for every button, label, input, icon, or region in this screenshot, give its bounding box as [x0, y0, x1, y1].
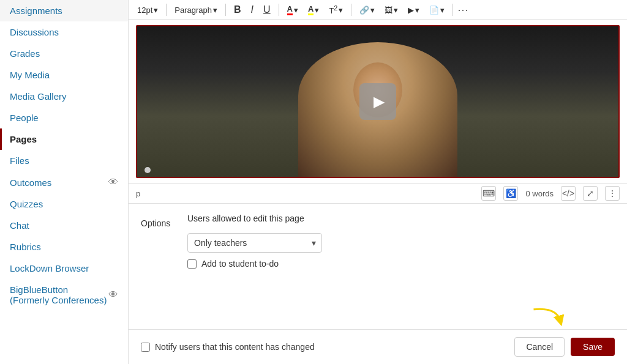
element-indicator: p [136, 189, 140, 198]
video-embed[interactable] [136, 25, 620, 178]
editor-status-bar: p ⌨ ♿ 0 words </> ⤢ ⋮ [129, 183, 627, 204]
bold-button[interactable]: B [230, 2, 245, 17]
sidebar-item-lockdown-browser[interactable]: LockDown Browser [0, 258, 128, 279]
cancel-button[interactable]: Cancel [514, 337, 565, 357]
code-view-button[interactable]: </> [561, 186, 576, 201]
sidebar-item-people[interactable]: People [0, 107, 128, 128]
media-button[interactable]: ▶ ▾ [404, 4, 423, 17]
bottom-bar: Notify users that this content has chang… [129, 329, 627, 364]
toolbar-sep-2 [225, 4, 226, 16]
file-icon: 📄 [429, 6, 439, 15]
link-icon: 🔗 [359, 6, 369, 15]
student-todo-label: Add to student to-do [201, 259, 279, 269]
italic-button[interactable]: I [247, 2, 257, 17]
sidebar-item-label: BigBlueButton (Formerly Conferences) [10, 284, 108, 305]
sidebar-item-label: Pages [10, 134, 37, 144]
sidebar-item-my-media[interactable]: My Media [0, 64, 128, 86]
font-color-chevron: ▾ [294, 6, 298, 15]
font-size-value: 12pt [137, 6, 152, 15]
link-button[interactable]: 🔗 ▾ [356, 4, 378, 17]
sidebar: AssignmentsDiscussionsGradesMy MediaMedi… [0, 0, 129, 364]
sidebar-item-label: Outcomes [10, 177, 51, 188]
bottom-actions: Cancel Save [514, 337, 615, 357]
font-size-chevron: ▾ [154, 6, 158, 15]
options-content: Users allowed to edit this page Only tea… [187, 214, 322, 269]
link-chevron: ▾ [370, 6, 375, 15]
paragraph-picker[interactable]: Paragraph ▾ [171, 4, 221, 17]
status-bar-right: ⌨ ♿ 0 words </> ⤢ ⋮ [481, 186, 620, 201]
font-color-icon: A [287, 4, 293, 15]
page-options: Options Users allowed to edit this page … [129, 204, 627, 286]
word-count: 0 words [525, 189, 554, 198]
permission-select[interactable]: Only teachersTeachers and studentsAnyone [187, 233, 322, 253]
toolbar-more-button[interactable]: ⋯ [457, 3, 468, 17]
font-color-button[interactable]: A ▾ [283, 2, 302, 17]
visibility-icon[interactable]: 👁 [108, 289, 118, 300]
visibility-icon[interactable]: 👁 [108, 177, 118, 188]
image-chevron: ▾ [394, 6, 398, 15]
save-button[interactable]: Save [571, 338, 615, 356]
keyboard-icon[interactable]: ⌨ [481, 186, 496, 201]
fullscreen-button[interactable]: ⤢ [583, 186, 598, 201]
notify-label: Notify users that this content has chang… [155, 342, 315, 352]
play-button[interactable] [359, 83, 396, 120]
sidebar-item-pages[interactable]: Pages [0, 128, 128, 150]
media-chevron: ▾ [415, 6, 419, 15]
toolbar-sep-3 [279, 4, 279, 16]
superscript-icon: T2 [329, 4, 337, 15]
sidebar-item-bigbluebutton[interactable]: BigBlueButton (Formerly Conferences)👁 [0, 279, 128, 311]
media-icon: ▶ [408, 6, 414, 15]
video-background [137, 26, 618, 177]
accessibility-icon[interactable]: ♿ [503, 186, 518, 201]
notify-checkbox[interactable] [141, 343, 150, 352]
sidebar-item-label: People [10, 113, 39, 123]
edit-permission-description: Users allowed to edit this page [187, 214, 322, 223]
highlight-chevron: ▾ [315, 6, 319, 15]
sidebar-item-label: Chat [10, 220, 29, 231]
sidebar-item-label: Discussions [10, 27, 59, 37]
notify-row: Notify users that this content has chang… [141, 342, 315, 352]
sidebar-item-quizzes[interactable]: Quizzes [0, 193, 128, 215]
image-icon: 🖼 [385, 6, 392, 15]
sidebar-item-label: Rubrics [10, 242, 41, 252]
sidebar-item-rubrics[interactable]: Rubrics [0, 236, 128, 258]
sidebar-item-discussions[interactable]: Discussions [0, 21, 128, 43]
sidebar-item-assignments[interactable]: Assignments [0, 0, 128, 21]
permission-select-wrapper: Only teachersTeachers and studentsAnyone [187, 233, 322, 253]
sidebar-item-label: LockDown Browser [10, 263, 89, 273]
sidebar-item-grades[interactable]: Grades [0, 43, 128, 64]
sidebar-item-label: Quizzes [10, 199, 43, 209]
sidebar-item-label: Grades [10, 48, 40, 59]
highlight-icon: A [308, 4, 314, 15]
highlight-color-button[interactable]: A ▾ [304, 2, 323, 17]
student-todo-row: Add to student to-do [187, 259, 322, 269]
sidebar-item-label: Assignments [10, 6, 62, 16]
sidebar-item-files[interactable]: Files [0, 150, 128, 171]
sidebar-item-chat[interactable]: Chat [0, 215, 128, 236]
sidebar-item-label: Files [10, 155, 29, 166]
sidebar-item-outcomes[interactable]: Outcomes👁 [0, 171, 128, 193]
options-label: Options [141, 214, 178, 228]
more-options-button[interactable]: ⋮ [605, 186, 620, 201]
font-size-picker[interactable]: 12pt ▾ [133, 4, 162, 17]
paragraph-value: Paragraph [175, 6, 212, 15]
superscript-button[interactable]: T2 ▾ [325, 2, 347, 17]
sidebar-item-media-gallery[interactable]: Media Gallery [0, 86, 128, 107]
superscript-chevron: ▾ [339, 6, 343, 15]
main-content: 12pt ▾ Paragraph ▾ B I U A ▾ A ▾ T2 ▾ 🔗 … [129, 0, 627, 364]
editor-area: p ⌨ ♿ 0 words </> ⤢ ⋮ Options Users allo… [129, 20, 627, 329]
sidebar-item-label: Media Gallery [10, 91, 67, 102]
toolbar-sep-5 [452, 4, 453, 16]
image-button[interactable]: 🖼 ▾ [381, 4, 402, 17]
underline-button[interactable]: U [260, 2, 274, 17]
file-chevron: ▾ [440, 6, 445, 15]
options-row: Options Users allowed to edit this page … [141, 214, 615, 269]
student-todo-checkbox[interactable] [187, 259, 197, 269]
editor-toolbar: 12pt ▾ Paragraph ▾ B I U A ▾ A ▾ T2 ▾ 🔗 … [129, 0, 627, 20]
sidebar-item-label: My Media [10, 70, 50, 80]
toolbar-sep-4 [351, 4, 351, 16]
paragraph-chevron: ▾ [213, 6, 217, 15]
file-button[interactable]: 📄 ▾ [426, 4, 448, 17]
toolbar-sep-1 [166, 4, 167, 16]
